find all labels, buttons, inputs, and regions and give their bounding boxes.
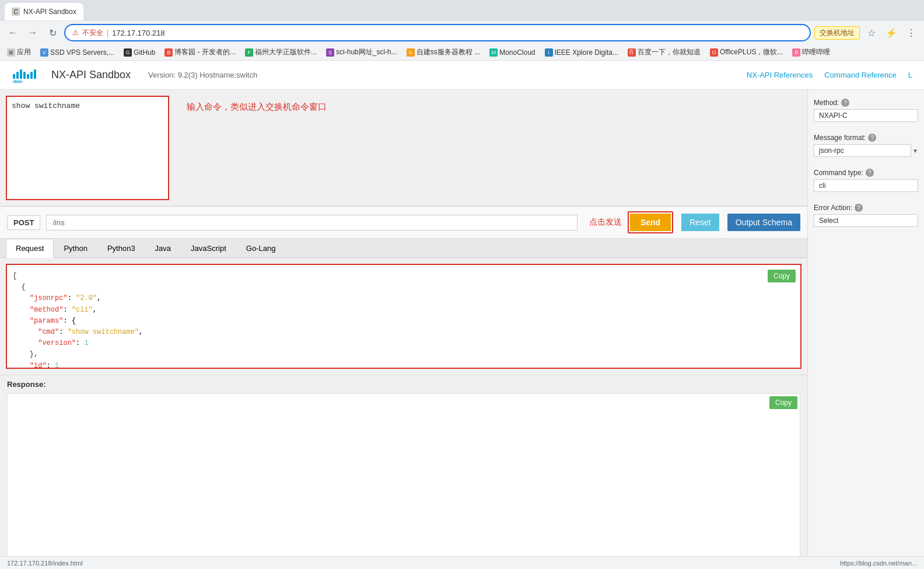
code-line-8: }, xyxy=(13,349,794,360)
bm-icon-bilibili: B xyxy=(792,48,800,57)
message-format-field: Message format: ? json-rpc ▼ xyxy=(814,134,918,157)
bookmark-label: OfficePLUS，微软... xyxy=(720,47,783,57)
menu-button[interactable]: ⋮ xyxy=(903,25,919,41)
bm-icon-ss: G xyxy=(407,48,415,57)
center-panel: show switchname 输入命令，类似进入交换机命令窗口 POST 点击… xyxy=(0,90,807,569)
output-schema-button[interactable]: Output Schema xyxy=(727,214,800,231)
bookmark-scihub[interactable]: S sci-hub网址_sci-h... xyxy=(324,46,400,58)
bookmark-button[interactable]: ☆ xyxy=(863,25,880,41)
command-input[interactable]: show switchname xyxy=(6,96,169,200)
svg-rect-1 xyxy=(16,72,19,79)
bookmark-label: sci-hub网址_sci-h... xyxy=(336,47,397,57)
bm-icon-officeplus: O xyxy=(710,48,718,57)
bm-icon-fzu: F xyxy=(245,48,253,57)
error-action-select[interactable]: Select stop-on-error continue-on-error r… xyxy=(814,214,918,227)
response-section-label: Response: xyxy=(0,375,807,393)
message-format-help-icon[interactable]: ? xyxy=(868,134,876,142)
status-url: 172.17.170.218/index.html xyxy=(7,560,83,567)
bookmark-ss[interactable]: G 自建ss服务器教程 ... xyxy=(404,46,482,58)
command-hint: 输入命令，类似进入交换机命令窗口 xyxy=(175,90,807,206)
method-badge: POST xyxy=(7,215,40,230)
bookmark-label: 自建ss服务器教程 ... xyxy=(416,47,480,57)
bookmark-baidu[interactable]: 百 百度一下，你就知道 xyxy=(625,46,703,58)
request-panel: Copy [ { "jsonrpc": "2.0", "method": "cl… xyxy=(0,258,807,569)
reset-button[interactable]: Reset xyxy=(681,214,719,231)
bookmark-label: MonoCloud xyxy=(499,48,535,57)
method-help-icon[interactable]: ? xyxy=(841,99,849,107)
send-button[interactable]: Send xyxy=(630,214,671,231)
tab-python3[interactable]: Python3 xyxy=(97,239,145,258)
tab-favicon: C xyxy=(12,8,20,16)
bm-icon-github: G xyxy=(124,48,132,57)
bookmark-ieee[interactable]: I IEEE Xplore Digita... xyxy=(542,47,621,58)
bookmark-label: 哔哩哔哩 xyxy=(802,47,830,57)
logout-link[interactable]: L xyxy=(908,71,912,79)
error-action-label: Error Action: ? xyxy=(814,204,918,212)
bookmark-apps[interactable]: ⊞ 应用 xyxy=(5,46,33,58)
code-line-2: { xyxy=(13,282,794,293)
request-code-area: Copy [ { "jsonrpc": "2.0", "method": "cl… xyxy=(6,264,802,369)
tabs-row: Request Python Python3 Java JavaScript G… xyxy=(0,239,807,258)
tab-golang[interactable]: Go-Lang xyxy=(236,239,286,258)
status-bar: 172.17.170.218/index.html https://blog.c… xyxy=(0,556,924,569)
bookmark-label: SSD VPS Servers,... xyxy=(50,48,114,57)
bookmark-label: 应用 xyxy=(17,47,31,57)
address-bar[interactable]: ⚠ 不安全 | 172.17.170.218 xyxy=(64,24,811,41)
bm-icon-scihub: S xyxy=(326,48,334,57)
svg-rect-2 xyxy=(20,69,22,79)
method-field: Method: ? NXAPI-C xyxy=(814,99,918,122)
bookmark-monocloud[interactable]: M MonoCloud xyxy=(487,47,537,58)
url-bar-row: POST 点击发送 Send Reset Output Schema xyxy=(0,207,807,239)
message-format-value-wrap: json-rpc ▼ xyxy=(814,144,918,157)
url-input[interactable] xyxy=(46,215,578,231)
security-warning-text: 不安全 xyxy=(82,28,103,38)
address-text: 172.17.170.218 xyxy=(112,29,803,37)
cisco-logo-text: cisco xyxy=(12,67,40,83)
tab-javascript[interactable]: JavaScript xyxy=(181,239,236,258)
tab-java[interactable]: Java xyxy=(145,239,181,258)
bookmark-label: 百度一下，你就知道 xyxy=(638,47,701,57)
send-hint-text: 点击发送 xyxy=(589,217,622,228)
command-type-help-icon[interactable]: ? xyxy=(866,169,874,177)
bookmark-github[interactable]: G GitHub xyxy=(121,47,158,58)
header-nav: NX-API References Command Reference L xyxy=(747,71,912,79)
error-action-help-icon[interactable]: ? xyxy=(855,204,863,212)
bookmark-bilibili[interactable]: B 哔哩哔哩 xyxy=(790,46,832,58)
response-body: Copy xyxy=(7,393,800,564)
command-reference-link[interactable]: Command Reference xyxy=(824,71,897,79)
error-action-field: Error Action: ? Select stop-on-error con… xyxy=(814,204,918,227)
security-warning-icon: ⚠ xyxy=(72,29,79,37)
tab-request[interactable]: Request xyxy=(6,239,54,258)
extensions-button[interactable]: ⚡ xyxy=(883,25,900,41)
bookmark-fzu[interactable]: F 福州大学正版软件... xyxy=(243,46,319,58)
nxapi-references-link[interactable]: NX-API References xyxy=(747,71,813,79)
address-annotation: 交换机地址 xyxy=(814,26,860,40)
code-line-5: "params": { xyxy=(13,316,794,327)
message-format-label: Message format: ? xyxy=(814,134,918,142)
message-format-dropdown-icon[interactable]: ▼ xyxy=(912,148,918,154)
browser-tab[interactable]: C NX-API Sandbox xyxy=(5,3,83,20)
svg-rect-3 xyxy=(23,72,26,79)
command-type-label: Command type: ? xyxy=(814,169,918,177)
code-line-7: "version": 1 xyxy=(13,338,794,349)
svg-rect-6 xyxy=(34,69,36,79)
bookmark-ssd[interactable]: V SSD VPS Servers,... xyxy=(38,47,117,58)
code-line-6: "cmd": "show switchname", xyxy=(13,327,794,338)
status-right-text: https://blog.csdn.net/man... xyxy=(840,560,917,567)
app-title: NX-API Sandbox xyxy=(51,69,131,81)
code-line-3: "jsonrpc": "2.0", xyxy=(13,293,794,304)
method-label: Method: ? xyxy=(814,99,918,107)
send-button-wrapper: Send xyxy=(628,211,673,233)
back-button[interactable]: ← xyxy=(5,25,21,41)
tab-python[interactable]: Python xyxy=(54,239,97,258)
bookmark-officeplus[interactable]: O OfficePLUS，微软... xyxy=(708,46,785,58)
forward-button[interactable]: → xyxy=(24,25,41,41)
request-copy-wrap: Copy xyxy=(768,270,796,282)
address-bar-row: ← → ↻ ⚠ 不安全 | 172.17.170.218 交换机地址 ☆ ⚡ ⋮ xyxy=(0,21,924,44)
reload-button[interactable]: ↻ xyxy=(44,25,61,41)
bookmark-blog[interactable]: B 博客园 - 开发者的... xyxy=(162,46,238,58)
command-type-field: Command type: ? cli xyxy=(814,169,918,192)
method-value: NXAPI-C xyxy=(814,109,918,122)
response-copy-button[interactable]: Copy xyxy=(769,396,797,409)
request-copy-button[interactable]: Copy xyxy=(768,270,796,282)
